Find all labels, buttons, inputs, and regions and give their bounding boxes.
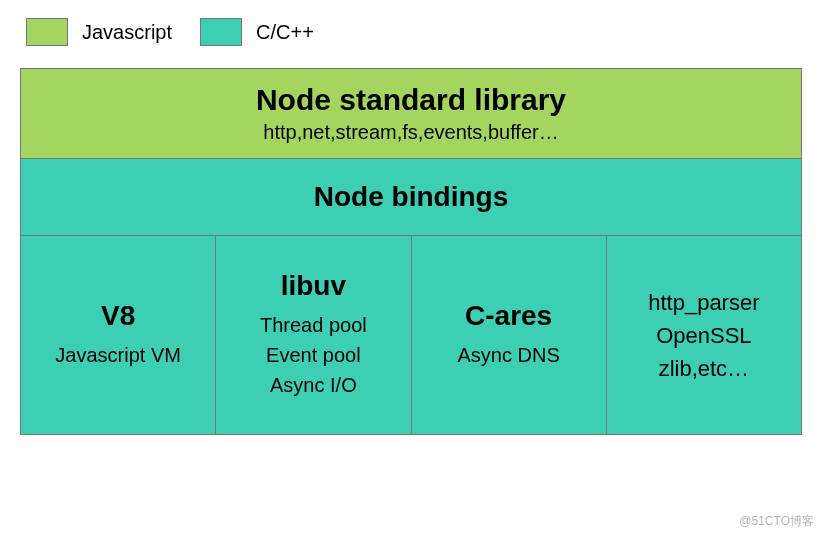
watermark: @51CTO博客 <box>739 513 814 530</box>
swatch-c <box>200 18 242 46</box>
v8-title: V8 <box>27 300 209 332</box>
cell-v8: V8 Javascript VM <box>20 235 216 435</box>
v8-sub: Javascript VM <box>27 340 209 370</box>
misc-sub: http_parser OpenSSL zlib,etc… <box>613 286 795 385</box>
layer-bindings: Node bindings <box>20 158 802 236</box>
legend-item-js: Javascript <box>26 18 172 46</box>
layer-stdlib: Node standard library http,net,stream,fs… <box>20 68 802 159</box>
stdlib-subtitle: http,net,stream,fs,events,buffer… <box>29 121 793 144</box>
architecture-stack: Node standard library http,net,stream,fs… <box>20 68 802 435</box>
cell-misc: http_parser OpenSSL zlib,etc… <box>606 235 802 435</box>
legend-label-c: C/C++ <box>256 21 314 44</box>
cares-title: C-ares <box>418 300 600 332</box>
native-row: V8 Javascript VM libuv Thread pool Event… <box>20 235 802 435</box>
stdlib-title: Node standard library <box>29 83 793 117</box>
swatch-js <box>26 18 68 46</box>
legend: Javascript C/C++ <box>20 18 802 46</box>
bindings-title: Node bindings <box>29 181 793 213</box>
cell-cares: C-ares Async DNS <box>411 235 607 435</box>
libuv-sub: Thread pool Event pool Async I/O <box>222 310 404 400</box>
cell-libuv: libuv Thread pool Event pool Async I/O <box>215 235 411 435</box>
legend-item-c: C/C++ <box>200 18 314 46</box>
libuv-title: libuv <box>222 270 404 302</box>
cares-sub: Async DNS <box>418 340 600 370</box>
legend-label-js: Javascript <box>82 21 172 44</box>
